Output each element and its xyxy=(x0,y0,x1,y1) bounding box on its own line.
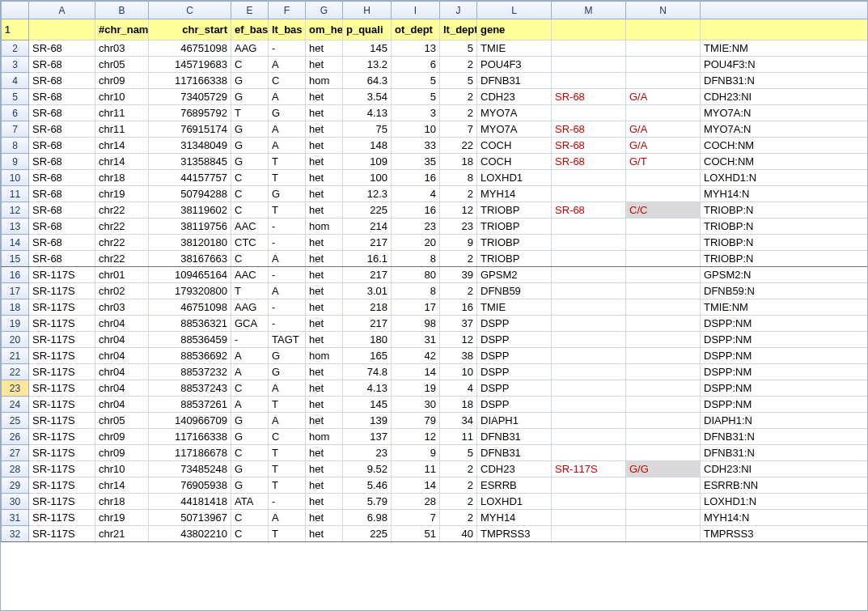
col-header-H[interactable]: H xyxy=(343,2,392,19)
cell-tot-depth[interactable]: 11 xyxy=(392,461,440,477)
cell-alt-depth[interactable]: 39 xyxy=(440,267,477,283)
cell-chr-start[interactable]: 117166338 xyxy=(149,73,231,89)
cell-quality[interactable]: 217 xyxy=(343,316,392,332)
cell-sample[interactable]: SR-68 xyxy=(29,89,95,105)
cell-alt-base[interactable]: T xyxy=(269,477,306,494)
cell-chr-name[interactable]: chr11 xyxy=(95,105,149,121)
cell-ref-base[interactable]: - xyxy=(231,332,269,348)
cell-validation-sample[interactable]: SR-68 xyxy=(552,121,626,138)
cell-hom-het[interactable]: het xyxy=(306,170,343,186)
cell-alt-depth[interactable]: 5 xyxy=(440,40,477,57)
cell-alt-depth[interactable]: 9 xyxy=(440,235,477,251)
cell-chr-name[interactable]: chr22 xyxy=(95,202,149,219)
cell-quality[interactable]: 137 xyxy=(343,429,392,445)
cell-chr-name[interactable]: chr04 xyxy=(95,364,149,380)
cell-quality[interactable]: 16.1 xyxy=(343,251,392,267)
cell-hom-het[interactable]: hom xyxy=(306,73,343,89)
cell-gene[interactable]: TMIE xyxy=(477,40,552,57)
cell-alt-depth[interactable]: 37 xyxy=(440,316,477,332)
cell-validation-sample[interactable] xyxy=(552,364,626,380)
cell-annotation[interactable]: DSPP:NM xyxy=(701,332,869,348)
row-number[interactable]: 2 xyxy=(2,40,29,57)
cell-hom-het[interactable]: het xyxy=(306,413,343,429)
cell-hom-het[interactable]: het xyxy=(306,57,343,73)
cell-validation-sample[interactable] xyxy=(552,219,626,235)
cell-sample[interactable]: SR-68 xyxy=(29,154,95,170)
cell-annotation[interactable]: MYO7A:N xyxy=(701,121,869,138)
cell-hom-het[interactable]: hom xyxy=(306,348,343,364)
cell-alt-depth[interactable]: 23 xyxy=(440,219,477,235)
cell-gene[interactable]: TMPRSS3 xyxy=(477,526,552,542)
cell-chr-start[interactable]: 73405729 xyxy=(149,89,231,105)
cell-quality[interactable]: 218 xyxy=(343,299,392,316)
cell-gene[interactable]: DSPP xyxy=(477,364,552,380)
cell-hom-het[interactable]: hom xyxy=(306,429,343,445)
cell-sample[interactable]: SR-117S xyxy=(29,364,95,380)
cell-chr-name[interactable]: chr03 xyxy=(95,299,149,316)
cell-quality[interactable]: 3.01 xyxy=(343,283,392,299)
cell-chr-start[interactable]: 46751098 xyxy=(149,299,231,316)
cell-chr-start[interactable]: 179320800 xyxy=(149,283,231,299)
cell-annotation[interactable]: CDH23:NI xyxy=(701,461,869,477)
cell-tot-depth[interactable]: 35 xyxy=(392,154,440,170)
cell-validation-genotype[interactable] xyxy=(626,299,701,316)
cell-hom-het[interactable]: het xyxy=(306,397,343,413)
cell-ref-base[interactable]: G xyxy=(231,138,269,154)
header-quality[interactable]: p_quali xyxy=(343,19,392,40)
cell-alt-base[interactable]: T xyxy=(269,154,306,170)
cell-ref-base[interactable]: G xyxy=(231,413,269,429)
header-chr-start[interactable]: chr_start xyxy=(149,19,231,40)
cell-hom-het[interactable]: het xyxy=(306,364,343,380)
header-ref-base[interactable]: ef_bas xyxy=(231,19,269,40)
cell-validation-genotype[interactable] xyxy=(626,105,701,121)
cell-tot-depth[interactable]: 16 xyxy=(392,202,440,219)
cell-alt-base[interactable]: A xyxy=(269,251,306,267)
row-number[interactable]: 23 xyxy=(2,380,29,397)
cell-validation-genotype[interactable] xyxy=(626,526,701,542)
cell-gene[interactable]: TMIE xyxy=(477,299,552,316)
cell-validation-sample[interactable] xyxy=(552,348,626,364)
col-header-N[interactable]: N xyxy=(626,2,701,19)
cell-alt-base[interactable]: G xyxy=(269,105,306,121)
cell-validation-sample[interactable] xyxy=(552,105,626,121)
cell-sample[interactable]: SR-68 xyxy=(29,57,95,73)
cell-validation-genotype[interactable] xyxy=(626,429,701,445)
cell-tot-depth[interactable]: 79 xyxy=(392,413,440,429)
cell-tot-depth[interactable]: 80 xyxy=(392,267,440,283)
cell-ref-base[interactable]: C xyxy=(231,526,269,542)
row-number[interactable]: 28 xyxy=(2,461,29,477)
col-header-B[interactable]: B xyxy=(95,2,149,19)
cell-ref-base[interactable]: G xyxy=(231,89,269,105)
cell-chr-name[interactable]: chr09 xyxy=(95,429,149,445)
row-number[interactable]: 4 xyxy=(2,73,29,89)
cell-sample[interactable]: SR-68 xyxy=(29,138,95,154)
cell-gene[interactable]: MYO7A xyxy=(477,121,552,138)
cell-gene[interactable]: MYH14 xyxy=(477,510,552,526)
cell-validation-sample[interactable] xyxy=(552,267,626,283)
cell-annotation[interactable]: TRIOBP:N xyxy=(701,251,869,267)
cell-validation-sample[interactable] xyxy=(552,235,626,251)
cell-chr-start[interactable]: 117186678 xyxy=(149,445,231,461)
cell-chr-name[interactable]: chr22 xyxy=(95,235,149,251)
cell-gene[interactable]: DFNB31 xyxy=(477,429,552,445)
cell-chr-start[interactable]: 44181418 xyxy=(149,494,231,510)
cell-validation-genotype[interactable] xyxy=(626,510,701,526)
cell-annotation[interactable]: DFNB31:N xyxy=(701,429,869,445)
cell-gene[interactable]: POU4F3 xyxy=(477,57,552,73)
cell-chr-name[interactable]: chr04 xyxy=(95,397,149,413)
cell-validation-genotype[interactable]: G/A xyxy=(626,138,701,154)
cell-validation-sample[interactable] xyxy=(552,316,626,332)
cell-validation-genotype[interactable]: G/T xyxy=(626,154,701,170)
cell-annotation[interactable]: MYH14:N xyxy=(701,510,869,526)
cell-alt-base[interactable]: T xyxy=(269,170,306,186)
cell-validation-sample[interactable] xyxy=(552,429,626,445)
cell-quality[interactable]: 4.13 xyxy=(343,105,392,121)
cell-alt-depth[interactable]: 11 xyxy=(440,429,477,445)
cell-ref-base[interactable]: C xyxy=(231,380,269,397)
cell-validation-genotype[interactable] xyxy=(626,397,701,413)
row-number[interactable]: 21 xyxy=(2,348,29,364)
cell-alt-depth[interactable]: 2 xyxy=(440,105,477,121)
cell-hom-het[interactable]: het xyxy=(306,380,343,397)
cell-validation-genotype[interactable] xyxy=(626,219,701,235)
cell-chr-start[interactable]: 43802210 xyxy=(149,526,231,542)
